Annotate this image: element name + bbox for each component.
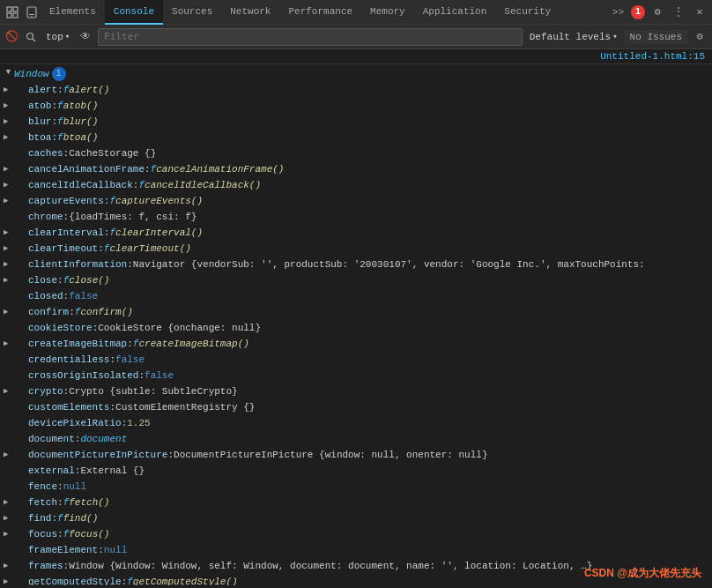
expand-arrow[interactable]: ▶: [4, 130, 12, 145]
console-line[interactable]: ▶btoa: f btoa(): [0, 130, 712, 145]
console-line[interactable]: ▶captureEvents: f captureEvents(): [0, 193, 712, 209]
expand-arrow[interactable]: ▶: [4, 226, 12, 240]
console-content[interactable]: ▶Window1▶alert: f alert()▶atob: f atob()…: [0, 64, 712, 585]
svg-rect-2: [13, 7, 18, 11]
no-issues-badge[interactable]: No Issues: [625, 30, 687, 44]
levels-selector[interactable]: Default levels ▾: [526, 30, 621, 44]
settings-icon[interactable]: ⚙: [649, 4, 666, 21]
expand-arrow[interactable]: ▶: [4, 575, 12, 585]
console-line[interactable]: frameElement: null: [0, 542, 712, 558]
expand-arrow[interactable]: ▶: [4, 337, 12, 351]
more-options-icon[interactable]: ⋮: [670, 4, 687, 21]
console-settings-icon[interactable]: ⚙: [691, 28, 708, 46]
prop-sep: :: [127, 257, 133, 272]
expand-arrow[interactable]: ▶: [4, 83, 12, 97]
error-badge: 1: [631, 5, 645, 19]
func-name: atob(): [63, 99, 99, 113]
console-line[interactable]: chrome: {loadTimes: f, csi: f}: [0, 209, 712, 225]
console-line[interactable]: ▶confirm: f confirm(): [0, 304, 712, 320]
console-line[interactable]: ▶cancelIdleCallback: f cancelIdleCallbac…: [0, 177, 712, 193]
bool-val: false: [115, 353, 145, 367]
prop-key: frameElement: [28, 543, 98, 557]
prop-key: focus: [28, 527, 57, 541]
tab-application[interactable]: Application: [414, 0, 496, 25]
console-line[interactable]: ▶find: f find(): [0, 510, 712, 526]
console-line[interactable]: ▶documentPictureInPicture: DocumentPictu…: [0, 447, 712, 463]
prop-key: blur: [28, 115, 51, 129]
expand-arrow[interactable]: ▶: [4, 178, 12, 192]
clear-console-icon[interactable]: 🚫: [4, 29, 19, 45]
console-line[interactable]: ▶blur: f blur(): [0, 114, 712, 130]
expand-arrow[interactable]: ▶: [4, 495, 12, 510]
expand-arrow[interactable]: ▶: [4, 559, 12, 573]
eye-icon[interactable]: 👁: [77, 28, 94, 45]
console-line[interactable]: cookieStore: CookieStore {onchange: null…: [0, 320, 712, 336]
console-line[interactable]: closed: false: [0, 288, 712, 304]
expand-arrow[interactable]: ▶: [4, 527, 12, 541]
tab-console[interactable]: Console: [105, 0, 163, 25]
tab-sources[interactable]: Sources: [163, 0, 221, 25]
prop-key: clearTimeout: [28, 242, 98, 256]
expand-arrow[interactable]: ▶: [1, 70, 15, 78]
console-line[interactable]: external: External {}: [0, 463, 712, 479]
console-line[interactable]: ▶alert: f alert(): [0, 82, 712, 98]
expand-arrow[interactable]: ▶: [4, 242, 12, 256]
expand-arrow[interactable]: ▶: [4, 273, 12, 287]
prop-sep: :: [51, 511, 57, 525]
prop-key: crossOriginIsolated: [28, 368, 138, 383]
prop-sep: :: [109, 353, 115, 367]
console-line[interactable]: ▶close: f close(): [0, 272, 712, 288]
expand-arrow[interactable]: ▶: [4, 115, 12, 129]
prop-key: caches: [28, 146, 63, 160]
console-line[interactable]: caches: CacheStorage {}: [0, 145, 712, 161]
context-selector[interactable]: top ▾: [42, 30, 73, 44]
prop-sep: :: [57, 83, 63, 97]
console-line[interactable]: ▶crypto: Crypto {subtle: SubtleCrypto}: [0, 383, 712, 399]
tab-network[interactable]: Network: [221, 0, 279, 25]
prop-key: clearInterval: [28, 226, 104, 240]
prop-sep: :: [75, 432, 81, 446]
console-line[interactable]: crossOriginIsolated: false: [0, 368, 712, 383]
console-line[interactable]: ▶clearInterval: f clearInterval(): [0, 225, 712, 241]
inspect-element-icon[interactable]: [4, 4, 21, 21]
console-line[interactable]: fence: null: [0, 479, 712, 495]
func-keyword: f: [57, 130, 63, 145]
func-name: createImageBitmap(): [138, 337, 248, 351]
filter-input[interactable]: [98, 28, 523, 46]
console-line[interactable]: document: document: [0, 431, 712, 447]
func-keyword: f: [63, 527, 70, 541]
expand-arrow[interactable]: ▶: [4, 162, 12, 176]
tab-memory[interactable]: Memory: [361, 0, 414, 25]
prop-key: closed: [28, 289, 63, 303]
console-line[interactable]: customElements: CustomElementRegistry {}: [0, 399, 712, 415]
console-line[interactable]: ▶clientInformation: Navigator {vendorSub…: [0, 257, 712, 272]
tab-performance[interactable]: Performance: [279, 0, 361, 25]
mobile-icon[interactable]: [23, 4, 41, 21]
console-line[interactable]: ▶fetch: f fetch(): [0, 495, 712, 510]
console-line[interactable]: ▶atob: f atob(): [0, 98, 712, 114]
prop-key: btoa: [28, 130, 51, 145]
expand-arrow[interactable]: ▶: [4, 384, 12, 398]
console-line[interactable]: devicePixelRatio: 1.25: [0, 415, 712, 431]
tab-security[interactable]: Security: [495, 0, 560, 25]
console-line[interactable]: ▶cancelAnimationFrame: f cancelAnimation…: [0, 161, 712, 177]
console-line[interactable]: ▶Window1: [0, 66, 712, 82]
expand-arrow[interactable]: ▶: [4, 257, 12, 272]
context-label: top: [46, 32, 63, 42]
null-val: null: [63, 480, 86, 494]
expand-arrow[interactable]: ▶: [4, 305, 12, 319]
more-tabs-button[interactable]: >>: [609, 5, 627, 19]
expand-arrow[interactable]: ▶: [4, 99, 12, 113]
console-line[interactable]: ▶focus: f focus(): [0, 526, 712, 542]
console-line[interactable]: credentialless: false: [0, 352, 712, 368]
func-name: find(): [63, 511, 99, 525]
expand-arrow[interactable]: ▶: [4, 448, 12, 462]
console-line[interactable]: ▶createImageBitmap: f createImageBitmap(…: [0, 336, 712, 352]
console-line[interactable]: ▶clearTimeout: f clearTimeout(): [0, 241, 712, 257]
filter-icon[interactable]: [23, 29, 39, 45]
close-devtools-icon[interactable]: ✕: [691, 4, 708, 21]
file-link[interactable]: Untitled-1.html:15: [600, 51, 705, 62]
expand-arrow[interactable]: ▶: [4, 194, 12, 208]
expand-arrow[interactable]: ▶: [4, 511, 12, 525]
tab-elements[interactable]: Elements: [41, 0, 105, 25]
